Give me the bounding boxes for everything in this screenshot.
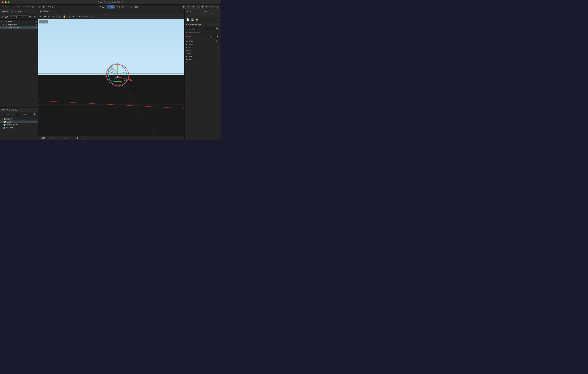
tab-debugger[interactable]: デバッガ [47,136,59,140]
transform-row[interactable]: Transform ▾ [185,46,220,49]
play-button[interactable]: ▶ [182,5,186,9]
menu-editor[interactable]: エディタ [36,5,46,9]
spatial-dot [186,44,187,45]
filter-node-input[interactable] [9,15,28,18]
viewport-area: [未保存](*) ✕ + ⊡ ↖ ✛ ↺ ⤢ ⊞ 🔒 ⊙ ⊕ Transform… [38,9,184,140]
button-2d[interactable]: ✦ 2D [98,5,106,9]
filesystem-tree: ★ お気に入り： ▼ 📁 res:// 🌍 default_env.tres 🖼… [0,117,38,140]
step-button[interactable]: ⏭ [196,5,200,9]
button-3d[interactable]: ✦ 3D [107,5,115,9]
matrix-row[interactable]: Matrix ▾ [185,49,220,52]
local-tool[interactable]: ⊞ [58,15,62,18]
inspector-content: CollisionShape 🔍 CollisionShape Shape [空… [185,22,220,140]
inspector-load-button[interactable]: 📂 [195,18,199,21]
inspector-file-button[interactable]: 📄 [186,18,190,21]
tab-close-icon[interactable]: ✕ [50,11,51,12]
view-label[interactable]: ビュー [90,15,98,18]
visibility-label: Visibility [186,52,218,54]
filter-search-icon[interactable]: 🔍 [215,27,220,30]
tab-import[interactable]: インポート [10,9,24,14]
tab-audio[interactable]: オーディオ [59,136,73,140]
inspector-menu-button[interactable]: ⋮ [216,11,220,15]
env-file-label: default_env.tres [7,124,19,126]
menu-debug[interactable]: デバッグ [25,5,35,9]
transform-label[interactable]: Transform [78,15,89,18]
window-controls [2,1,10,3]
pause-label: Pause [186,58,218,60]
fs-res-root[interactable]: ▼ 📁 res:// [0,120,38,123]
script-row[interactable]: Script ▾ [185,61,220,64]
visibility-badge [35,21,37,22]
viewport-fullscreen-button[interactable]: ⊡ [180,10,183,13]
tab-node[interactable]: ノード [201,9,211,17]
instance-scene-button[interactable]: 🔗 [4,15,9,19]
shape-dropdown[interactable]: [空] ▾ [208,35,219,38]
folder-chevron: ▼ [1,121,3,123]
collision-dot [186,24,187,25]
settings-button[interactable]: ⋮ [216,5,219,9]
fs-search-input[interactable] [16,113,32,116]
pause-chevron: ▾ [218,59,219,60]
tree-item-rigidbody[interactable]: ▼ ⊙ RigidBody [0,23,38,26]
favorites-label: お気に入り： [4,118,15,120]
camera-button[interactable]: 📷 [201,5,204,9]
menu-scene[interactable]: シーン [1,5,10,9]
maximize-button[interactable] [8,1,10,3]
filter-property-input[interactable] [186,27,215,30]
minimize-button[interactable] [5,1,7,3]
rotate-tool[interactable]: ↺ [47,15,51,18]
collision-node-icon: ⊙ [5,26,7,29]
inspector-back-button[interactable]: ‹ [211,11,214,15]
matrix-label: Matrix [186,49,218,51]
visibility-row[interactable]: Visibility ▾ [185,52,220,55]
fs-default-env[interactable]: 🌍 default_env.tres [0,123,38,126]
node-section: Node [185,55,220,58]
disabled-value: オン [216,40,219,42]
menu-help[interactable]: ヘルプ [47,5,55,9]
new-tab-button[interactable]: + [53,10,56,13]
3d-label: ✦ 3D [108,6,113,8]
reload-scene-button[interactable]: ↻ [33,15,37,19]
pause-row[interactable]: Pause ▾ [185,58,220,61]
viewport-tab-main[interactable]: [未保存](*) ✕ [39,9,53,14]
snap-tool[interactable]: ⊙ [67,15,71,18]
camera-tool[interactable]: ⊕ [71,15,75,18]
pause-button[interactable]: ⏸ [187,5,190,9]
fs-list-button[interactable]: ☰ [12,113,15,116]
stop-button[interactable]: ⏹ [191,5,195,9]
tab-menu-button[interactable]: ⋮ [33,10,37,13]
tab-output[interactable]: 出力 [39,136,47,140]
fs-back-button[interactable]: ‹ [1,113,3,116]
tree-item-collision[interactable]: ⊙ CollisionShape ⚠ [0,26,38,29]
tab-scene[interactable]: シーン [0,9,10,14]
button-assetlib[interactable]: ✦ AssetLib [126,5,139,9]
search-node-button[interactable]: 🔍 [29,15,33,19]
fs-forward-button[interactable]: › [4,113,6,116]
menu-project[interactable]: プロジェクト [10,5,25,9]
filesystem-menu-button[interactable]: ⋮ [33,108,37,111]
shape-property-row: Shape [空] ▾ [185,34,220,39]
visibility-badge-collision [35,27,37,28]
inspector-settings-button[interactable]: ⚙ [216,18,220,21]
move-tool[interactable]: ✛ [43,15,47,18]
visibility-badge-rigid [35,24,37,25]
viewport-3d[interactable]: 透視投影 [38,19,184,136]
filesystem-toolbar: ‹ › res:// ☰ 🔍 [0,112,38,117]
gles-badge[interactable]: GLES3 ▾ [205,5,215,8]
tab-animation[interactable]: アニメーション [73,136,90,140]
fs-icon-png[interactable]: 🖼 icon.png [0,126,38,129]
inspector-save-button[interactable]: 💾 [190,18,194,21]
main-layout: シーン インポート ⋮ + 🔗 🔍 ↻ ▼ ⊙ Spatial ▼ ⊙ [0,9,220,140]
tab-inspector[interactable]: インスペクタ [185,9,201,17]
close-button[interactable] [2,1,4,3]
button-script[interactable]: ✎ Script [115,5,126,9]
scale-tool[interactable]: ⤢ [52,15,55,18]
separator-2 [76,15,76,18]
inspector-forward-button[interactable]: › [214,11,216,15]
select-tool[interactable]: ↖ [39,15,42,18]
lock-tool[interactable]: 🔒 [62,15,67,18]
fs-search-button[interactable]: 🔍 [33,113,37,116]
viewport-toolbar: ↖ ✛ ↺ ⤢ ⊞ 🔒 ⊙ ⊕ Transform ビュー [38,14,184,19]
tree-item-spatial[interactable]: ▼ ⊙ Spatial [0,20,38,23]
add-node-button[interactable]: + [1,15,4,19]
